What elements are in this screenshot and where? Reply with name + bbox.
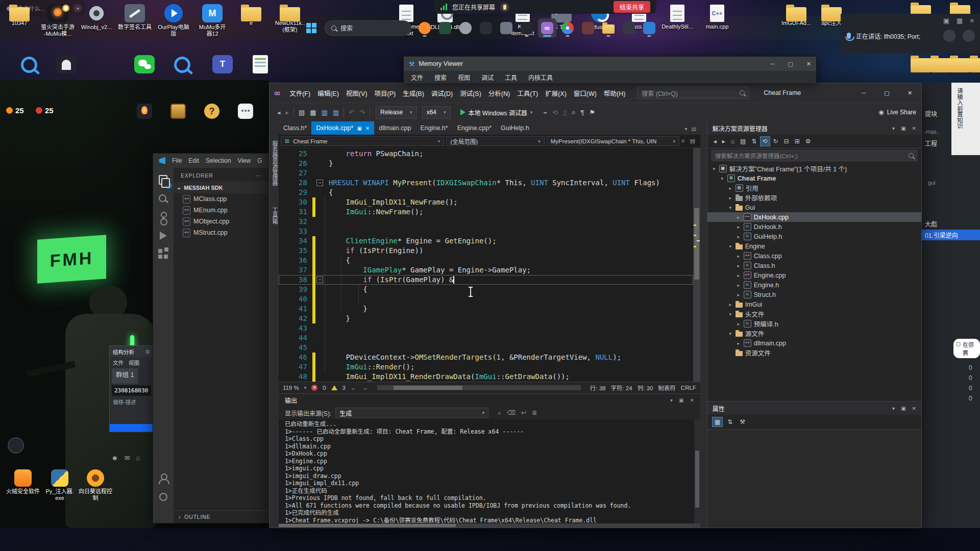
- vscode-titlebar[interactable]: FileEditSelectionViewG: [153, 154, 268, 168]
- maximize-button[interactable]: ▢: [875, 83, 898, 103]
- tab-dllmain.cpp[interactable]: dllmain.cpp: [374, 121, 415, 135]
- vs-menu-item[interactable]: 扩展(X): [542, 86, 570, 100]
- comment-icon[interactable]: ¶: [578, 107, 587, 118]
- close-icon[interactable]: ✕: [365, 126, 370, 131]
- outline-section[interactable]: ›OUTLINE: [174, 510, 268, 523]
- explorer-icon[interactable]: 1: [158, 175, 169, 186]
- vs-menu-item[interactable]: 视图(V): [342, 86, 371, 100]
- vscode-menu-item[interactable]: View: [237, 157, 251, 164]
- warning-count[interactable]: 3: [342, 385, 346, 391]
- expand-arrow-icon[interactable]: ▾: [728, 205, 733, 210]
- fold-collapse-icon[interactable]: −: [316, 277, 323, 283]
- tree-item-引用[interactable]: ▸▤引用: [707, 183, 921, 193]
- output-panel-header[interactable]: 输出 ▾▣✕: [279, 394, 700, 406]
- desktop-icon-teams[interactable]: T: [203, 55, 242, 75]
- tree-item-源文件[interactable]: ▾源文件: [707, 329, 921, 338]
- memory-viewer-menu-item[interactable]: 工具: [505, 73, 517, 82]
- quick-search-input[interactable]: 搜索 (Ctrl+Q): [637, 87, 749, 99]
- tree-item-外部依赖项[interactable]: ▸外部依赖项: [707, 193, 921, 203]
- tree-item-Engine.cpp[interactable]: ▸++Engine.cpp: [707, 270, 921, 280]
- struct-menu-item[interactable]: 视图: [129, 359, 139, 366]
- desktop-icon-e[interactable]: e: [232, 4, 271, 27]
- extensions-icon[interactable]: [158, 248, 169, 260]
- tree-item-Engine[interactable]: ▾Engine: [707, 241, 921, 251]
- taskbar-app-app-slate[interactable]: [620, 18, 638, 38]
- categorized-icon[interactable]: ▦: [713, 417, 722, 427]
- taskbar-app-file-explorer[interactable]: [599, 18, 618, 38]
- layout-icon[interactable]: ▦: [957, 17, 963, 24]
- vs-menu-item[interactable]: 测试(S): [456, 86, 485, 100]
- taskbar-app-app-green[interactable]: [436, 18, 454, 38]
- expand-arrow-icon[interactable]: ▾: [712, 166, 717, 171]
- panel-splitter[interactable]: [700, 121, 707, 528]
- pin-icon[interactable]: ▣: [679, 397, 683, 403]
- toolbox-tab[interactable]: 工具箱: [271, 207, 279, 224]
- output-log[interactable]: 已启动重新生成...1>------ 已启动全部重新生成: 项目: Cheat …: [279, 419, 700, 523]
- expand-arrow-icon[interactable]: ▸: [736, 292, 741, 297]
- vs-menu-item[interactable]: 编辑(E): [314, 86, 342, 100]
- home-icon[interactable]: ⌂: [729, 137, 737, 146]
- taskbar-app-app-dark[interactable]: [477, 18, 495, 38]
- redo-icon[interactable]: ↷: [357, 107, 368, 118]
- save-all-icon[interactable]: ▥: [330, 107, 341, 118]
- hot-reload-icon[interactable]: ⟲: [550, 107, 560, 118]
- account-icon[interactable]: [158, 473, 169, 484]
- zoom-level[interactable]: 119 %: [283, 385, 299, 391]
- taskbar-app-visual-studio[interactable]: ∞: [538, 18, 556, 38]
- tree-item-Struct.h[interactable]: ▸hStruct.h: [707, 290, 921, 299]
- close-icon[interactable]: ✕: [912, 406, 916, 411]
- alphabetical-icon[interactable]: ⇅: [725, 417, 734, 427]
- minimize-button[interactable]: ─: [852, 83, 875, 103]
- tab-Class.h[interactable]: Class.h*: [279, 121, 312, 135]
- configuration-dropdown[interactable]: Release▾: [376, 106, 417, 119]
- vs-menu-item[interactable]: 项目(P): [371, 86, 399, 100]
- expand-arrow-icon[interactable]: ▸: [728, 302, 733, 307]
- close-icon[interactable]: ✕: [912, 126, 916, 131]
- vs-menu-item[interactable]: 调试(D): [428, 86, 456, 100]
- fold-collapse-icon[interactable]: −: [316, 180, 323, 186]
- switch-views-icon[interactable]: ▤: [738, 137, 748, 146]
- struct-tab-group1[interactable]: 群组 1: [112, 368, 138, 384]
- desktop-icon-Py_注入器.[interactable]: Py_注入器. exe: [42, 469, 78, 502]
- vs-menu-item[interactable]: 文件(F): [286, 86, 314, 100]
- desktop-icon-萤火突击手游[interactable]: 萤火突击手游 -MuMu模...: [38, 4, 77, 37]
- expand-arrow-icon[interactable]: ▸: [736, 215, 741, 220]
- solution-explorer-header[interactable]: 解决方案资源管理器 ▾▣✕: [707, 121, 921, 135]
- warning-icon[interactable]: [331, 385, 337, 390]
- chevron-down-icon[interactable]: ▾: [892, 126, 895, 131]
- desktop-icon-Winobj_v2...[interactable]: Winobj_v2...: [77, 4, 116, 31]
- chest-icon[interactable]: [170, 104, 186, 119]
- settings-gear-icon[interactable]: [158, 491, 169, 503]
- tree-item-Cheat-Frame[interactable]: ▾⊞Cheat Frame: [707, 173, 921, 183]
- vs-menu-item[interactable]: 生成(B): [399, 86, 428, 100]
- start-debugging-button[interactable]: 本地 Windows 调试器▾: [456, 107, 537, 118]
- close-button[interactable]: ✕: [806, 61, 811, 67]
- code-editor[interactable]: 25 return PSwapChain;26}2728−HRESULT WIN…: [279, 148, 700, 382]
- run-debug-icon[interactable]: [158, 230, 169, 241]
- desktop-icon-notepad[interactable]: [241, 55, 280, 75]
- open-file-icon[interactable]: ▦: [307, 107, 318, 118]
- platform-dropdown[interactable]: x64▾: [422, 106, 451, 119]
- vscode-menu-item[interactable]: Edit: [188, 157, 199, 164]
- tree-item-Gui[interactable]: ▾Gui: [707, 203, 921, 212]
- desktop-icon-main.cpp[interactable]: C++main.cpp: [698, 4, 737, 30]
- project-dropdown[interactable]: ⊞Cheat Frame▾: [281, 136, 444, 146]
- vscode-file-MEnum.cpp[interactable]: ++MEnum.cpp: [174, 205, 268, 216]
- maximize-button[interactable]: ▢: [788, 61, 793, 67]
- taskbar-app-firefox[interactable]: [415, 18, 434, 38]
- navigate-forward-icon[interactable]: ▸: [283, 107, 292, 118]
- vs-menu-item[interactable]: 窗口(W): [570, 86, 600, 100]
- desktop-icon-wechat[interactable]: [125, 55, 164, 75]
- vscode-file-MObject.cpp[interactable]: ++MObject.cpp: [174, 216, 268, 227]
- chevron-down-icon[interactable]: ▾: [892, 406, 895, 411]
- memory-viewer-menu-item[interactable]: 文件: [411, 73, 423, 82]
- memory-viewer-menu-item[interactable]: 视图: [458, 73, 470, 82]
- member-dropdown[interactable]: MyPresent(IDXGISwapChain * This, UIN▾: [547, 136, 679, 146]
- source-control-icon[interactable]: [158, 212, 169, 223]
- vscode-menu-item[interactable]: G: [257, 157, 262, 164]
- close-button[interactable]: ✕: [898, 83, 921, 103]
- bookmark-icon[interactable]: ⚑: [587, 107, 598, 118]
- word-wrap-icon[interactable]: ↩: [521, 409, 526, 416]
- output-source-dropdown[interactable]: 生成▾: [335, 408, 488, 418]
- torch-icon[interactable]: [137, 104, 152, 119]
